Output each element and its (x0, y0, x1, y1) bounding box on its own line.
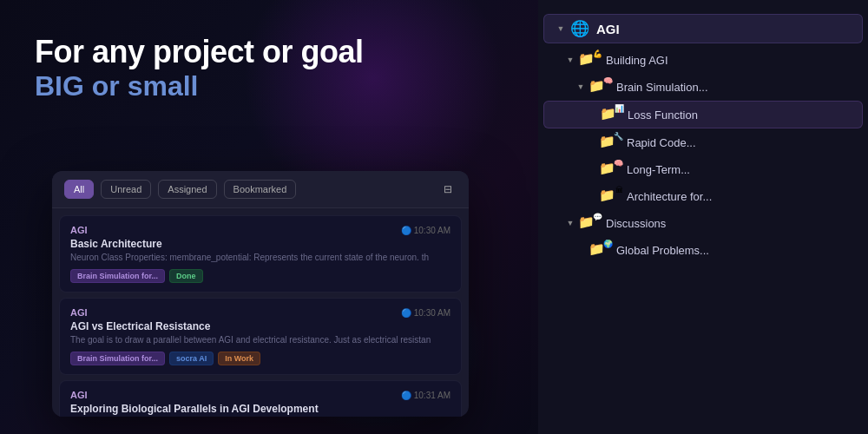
folder-overlay-icon: 🔧 (614, 132, 623, 141)
tree-item-label: Long-Term... (627, 163, 849, 176)
hero-title: For any project or goal (35, 35, 364, 69)
tab-all[interactable]: All (64, 180, 94, 199)
message-project: AGI (70, 307, 88, 318)
message-body: Neuron Class Properties: membrane_potent… (70, 252, 450, 264)
root-icon: 🌐 (569, 19, 591, 38)
message-time: 🔵 10:31 AM (401, 391, 450, 400)
message-title: AGI vs Electrical Resistance (70, 320, 450, 332)
message-time: 🔵 10:30 AM (401, 308, 450, 318)
tag-orange: In Work (218, 352, 260, 365)
tag-blue: socra AI (169, 352, 214, 365)
chevron-down-icon (564, 217, 576, 229)
tab-unread[interactable]: Unread (101, 180, 151, 199)
mock-tabs-header: AllUnreadAssignedBookmarked⊟ (52, 171, 469, 208)
tree-item[interactable]: 📁🌍Global Problems... (543, 237, 863, 263)
chevron-down-icon (564, 54, 576, 66)
tree-item-label: Architecture for... (627, 190, 849, 203)
tree-item[interactable]: 📁💪Building AGI (543, 47, 863, 73)
chevron-down-icon (555, 23, 567, 35)
message-title: Exploring Biological Parallels in AGI De… (70, 403, 450, 415)
tree-item[interactable]: 📁🔧Rapid Code... (543, 129, 863, 155)
mock-messages-list: AGI🔵 10:30 AMBasic ArchitectureNeuron Cl… (52, 208, 469, 417)
tree-item[interactable]: 📁🧠Long-Term... (543, 156, 863, 182)
tree-item-label: Loss Function (628, 108, 848, 122)
folder-icon: 📁📊 (600, 106, 622, 123)
tag-purple: Brain Simulation for... (70, 269, 165, 283)
tab-bookmarked[interactable]: Bookmarked (224, 180, 297, 199)
tree-item[interactable]: 📁💬Discussions (543, 210, 863, 236)
message-time: 🔵 10:30 AM (401, 226, 450, 235)
folder-overlay-icon: 📊 (615, 104, 624, 113)
hero-text: For any project or goal BIG or small (35, 35, 364, 102)
tree-item[interactable]: 📁📊Loss Function (543, 101, 863, 128)
folder-overlay-icon: 💪 (593, 49, 602, 58)
tree-item-label: Discussions (606, 217, 849, 230)
tag-green: Done (169, 269, 203, 283)
folder-overlay-icon: 🏛 (615, 186, 623, 194)
folder-icon: 📁🔧 (599, 134, 621, 151)
message-project: AGI (70, 390, 88, 400)
folder-icon: 📁🧠 (589, 78, 611, 95)
tag-purple: Brain Simulation for... (70, 352, 165, 365)
tree-root-item[interactable]: 🌐AGI (543, 14, 863, 43)
folder-overlay-icon: 🧠 (614, 159, 623, 168)
message-project: AGI (70, 225, 88, 235)
folder-overlay-icon: 💬 (593, 213, 602, 221)
folder-icon: 📁🌍 (589, 241, 611, 259)
folder-icon: 📁🧠 (599, 161, 621, 178)
tree-item[interactable]: 📁🏛Architecture for... (543, 183, 863, 209)
tree-item-label: Rapid Code... (627, 136, 849, 149)
tree-item-label: Global Problems... (616, 244, 849, 257)
tab-assigned[interactable]: Assigned (158, 180, 216, 199)
message-title: Basic Architecture (70, 238, 450, 250)
folder-icon: 📁🏛 (599, 187, 621, 205)
tree-item-label: Brain Simulation... (616, 81, 849, 94)
mock-ui-card: AllUnreadAssignedBookmarked⊟ AGI🔵 10:30 … (52, 171, 469, 417)
left-panel: For any project or goal BIG or small All… (0, 0, 538, 434)
folder-icon: 📁💪 (578, 51, 601, 69)
message-body: The goal is to draw a parallel between A… (70, 334, 450, 346)
tree-item[interactable]: 📁🧠Brain Simulation... (543, 74, 863, 100)
message-tags: Brain Simulation for...Done (70, 269, 450, 283)
hero-subtitle: BIG or small (35, 69, 364, 102)
tree-root-label: AGI (596, 22, 848, 36)
right-panel: 🌐AGI📁💪Building AGI📁🧠Brain Simulation...📁… (538, 0, 868, 434)
folder-overlay-icon: 🌍 (603, 240, 613, 248)
message-card[interactable]: AGI🔵 10:30 AMBasic ArchitectureNeuron Cl… (59, 215, 462, 293)
folder-icon: 📁💬 (578, 214, 601, 232)
message-card[interactable]: AGI🔵 10:30 AMAGI vs Electrical Resistanc… (59, 298, 462, 375)
tree-item-label: Building AGI (606, 54, 849, 67)
message-card[interactable]: AGI🔵 10:31 AMExploring Biological Parall… (59, 380, 462, 417)
folder-overlay-icon: 🧠 (603, 76, 613, 85)
message-tags: Brain Simulation for...socra AIIn Work (70, 352, 450, 365)
chevron-down-icon (575, 81, 587, 93)
filter-icon: ⊟ (439, 181, 457, 198)
